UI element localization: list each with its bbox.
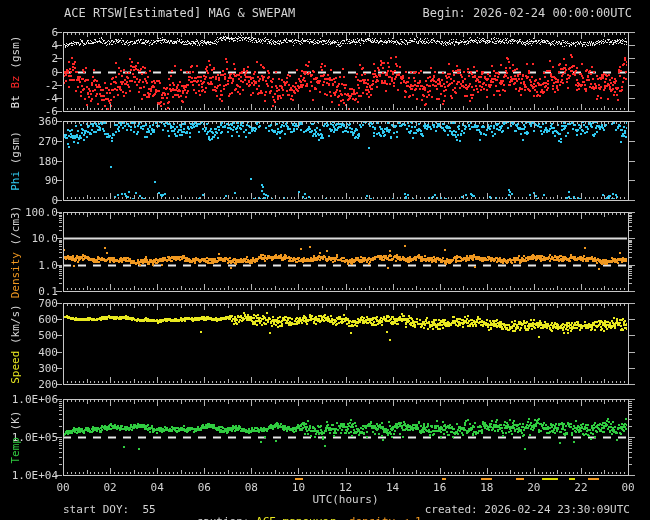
y-axis-label-phi: Phi (gsm) <box>10 131 22 191</box>
ace-rtsw-plot: ACE RTSW[Estimated] MAG & SWEPAM Begin: … <box>0 0 650 520</box>
y-axis-label-temp: Temp (K) <box>10 411 22 464</box>
y-axis-label-part: Bt <box>9 88 22 108</box>
y-axis-label-part: Temp <box>9 430 22 463</box>
begin-timestamp: Begin: 2026-02-24 00:00:00UTC <box>422 7 632 20</box>
y-axis-label-part: (gsm) <box>9 35 22 68</box>
y-axis-label-part: (/cm3) <box>9 205 22 245</box>
ytick-label-phi: 360 <box>10 116 58 127</box>
x-tick-label: 02 <box>103 482 116 494</box>
y-axis-label-speed: Speed (km/s) <box>10 304 22 384</box>
y-axis-label-bt-bz: Bt Bz (gsm) <box>10 35 22 108</box>
y-axis-label-part: Phi <box>9 164 22 191</box>
ytick-label-temp: 1.0E+04 <box>10 470 58 481</box>
ytick-label-phi: 0 <box>10 195 58 206</box>
start-doy-label: start DOY: 55 <box>63 504 156 516</box>
x-tick-label: 16 <box>433 482 446 494</box>
y-axis-label-part: (K) <box>9 411 22 431</box>
x-tick-label: 00 <box>56 482 69 494</box>
plot-canvas <box>0 0 650 520</box>
page-title: ACE RTSW[Estimated] MAG & SWEPAM <box>64 7 295 20</box>
y-axis-label-part: (km/s) <box>9 304 22 344</box>
y-axis-label-part: Speed <box>9 344 22 384</box>
caution-line: caution: ACE maneuver density < 1 <box>170 504 422 520</box>
caution-label: caution: <box>197 515 257 520</box>
y-axis-label-density: Density (/cm3) <box>10 205 22 298</box>
y-axis-label-part: Bz <box>9 68 22 88</box>
x-tick-label: 06 <box>198 482 211 494</box>
x-tick-label: 04 <box>151 482 164 494</box>
caution-maneuver-label: ACE maneuver <box>256 515 342 520</box>
ytick-label-temp: 1.0E+06 <box>10 394 58 405</box>
created-timestamp: created: 2026-02-24 23:30:09UTC <box>425 504 630 516</box>
y-axis-label-part: (gsm) <box>9 131 22 164</box>
x-tick-label: 20 <box>527 482 540 494</box>
caution-density-label: density < 1 <box>342 515 421 520</box>
x-tick-label: 18 <box>480 482 493 494</box>
y-axis-label-part: Density <box>9 245 22 298</box>
x-tick-label: 08 <box>245 482 258 494</box>
x-tick-label: 14 <box>386 482 399 494</box>
x-tick-label: 10 <box>292 482 305 494</box>
x-tick-label: 00 <box>621 482 634 494</box>
x-tick-label: 22 <box>574 482 587 494</box>
